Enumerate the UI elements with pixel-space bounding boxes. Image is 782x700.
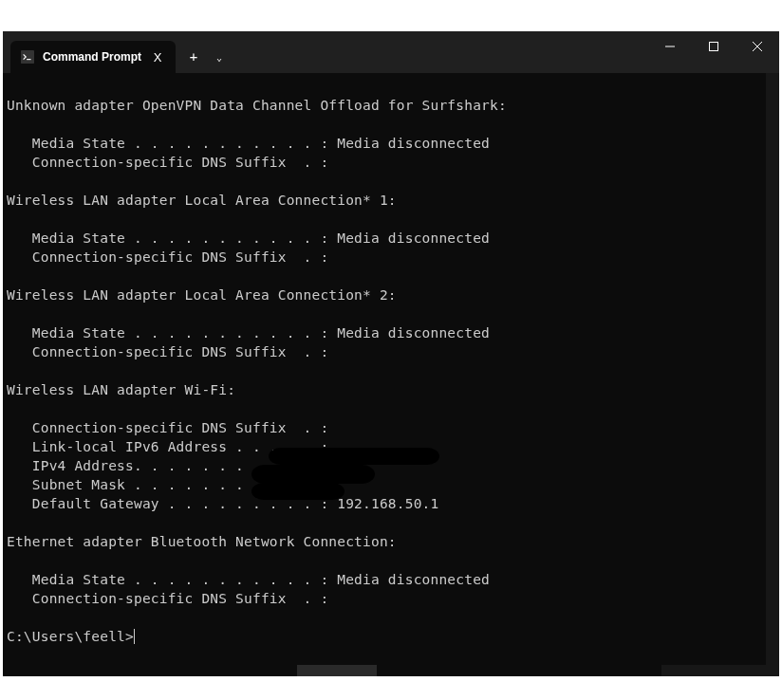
- titlebar-left: Command Prompt X + ⌄: [3, 31, 231, 73]
- scrollbar-segment: [661, 665, 779, 676]
- scrollbar-horizontal[interactable]: [3, 665, 779, 676]
- window-controls: [648, 31, 779, 73]
- titlebar: Command Prompt X + ⌄: [3, 31, 779, 73]
- cmd-icon: [20, 49, 35, 64]
- scrollbar-segment: [377, 665, 661, 676]
- redaction-mark: [251, 483, 344, 500]
- tab-dropdown-button[interactable]: ⌄: [208, 43, 231, 71]
- minimize-button[interactable]: [648, 31, 692, 62]
- terminal-window: Command Prompt X + ⌄ Unknown adapter Ope…: [3, 31, 779, 676]
- svg-rect-3: [710, 43, 718, 51]
- cursor-icon: [134, 629, 135, 644]
- tab-close-button[interactable]: X: [149, 48, 166, 65]
- new-tab-button[interactable]: +: [179, 43, 208, 71]
- maximize-button[interactable]: [692, 31, 735, 62]
- terminal-text: Unknown adapter OpenVPN Data Channel Off…: [7, 98, 507, 606]
- prompt: C:\Users\feell>: [7, 629, 134, 644]
- redaction-mark: [269, 448, 439, 465]
- scrollbar-segment: [3, 665, 297, 676]
- scrollbar-thumb[interactable]: [297, 665, 377, 676]
- svg-rect-0: [21, 50, 34, 64]
- redaction-mark: [251, 465, 375, 484]
- window-close-button[interactable]: [735, 31, 779, 62]
- scrollbar-vertical[interactable]: [766, 73, 779, 665]
- terminal-output[interactable]: Unknown adapter OpenVPN Data Channel Off…: [3, 73, 779, 676]
- tab-title: Command Prompt: [43, 50, 141, 64]
- tab-command-prompt[interactable]: Command Prompt X: [10, 41, 176, 73]
